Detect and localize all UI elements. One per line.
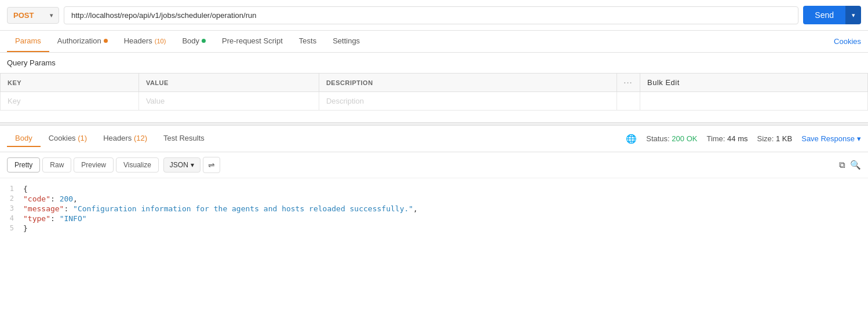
line-number: 2 [0,194,23,203]
globe-icon: 🌐 [626,134,637,144]
tab-headers[interactable]: Headers (10) [116,31,174,52]
json-format-label: JSON [170,161,188,169]
value-input-cell[interactable]: Value [138,92,319,111]
description-input-cell[interactable]: Description [319,92,617,111]
code-line-3: 3 "message": "Configuration information … [0,204,868,214]
query-params-header: Query Params [0,53,868,73]
send-button-group: Send ▾ [803,6,861,24]
code-line-2: 2 "code": 200, [0,194,868,204]
search-button[interactable]: 🔍 [850,160,861,170]
code-brace-open: { [23,185,868,193]
line-number: 3 [0,204,23,212]
tab-prerequest[interactable]: Pre-request Script [214,31,291,52]
three-dots-icon: ··· [624,79,633,86]
cookies-link[interactable]: Cookies [834,31,861,52]
line-number: 4 [0,214,23,222]
table-row: Key Value Description [1,92,868,111]
body-dot [202,39,206,43]
tab-body[interactable]: Body [174,31,214,52]
format-visualize-button[interactable]: Visualize [116,157,159,172]
copy-button[interactable]: ⧉ [839,160,845,170]
status-info: 🌐 Status: 200 OK Time: 44 ms Size: 1 KB … [626,134,861,144]
time-text: Time: 44 ms [706,134,747,143]
line-number: 1 [0,185,23,193]
params-table: KEY VALUE DESCRIPTION ··· Bulk Edit Key … [0,73,868,111]
resp-tab-body[interactable]: Body [7,130,41,147]
response-code-area: 1 { 2 "code": 200, 3 "message": "Configu… [0,178,868,239]
response-bar: Body Cookies (1) Headers (12) Test Resul… [0,126,868,152]
save-response-button[interactable]: Save Response ▾ [801,134,861,143]
description-placeholder: Description [326,97,364,105]
top-bar: POST ▾ Send ▾ [0,0,868,31]
row-bulk [640,92,868,111]
resp-tab-cookies[interactable]: Cookies (1) [41,130,95,147]
save-response-chevron: ▾ [857,134,861,143]
code-content: "type": "INFO" [23,214,868,223]
method-label: POST [13,11,34,20]
url-input[interactable] [64,6,798,24]
actions-column-header: ··· [617,74,640,92]
tab-tests[interactable]: Tests [291,31,324,52]
key-input-cell[interactable]: Key [1,92,139,111]
word-wrap-button[interactable]: ⇌ [203,157,220,173]
tab-authorization[interactable]: Authorization [49,31,116,52]
key-placeholder: Key [8,97,20,105]
resp-tab-headers[interactable]: Headers (12) [95,130,155,147]
code-line-4: 4 "type": "INFO" [0,214,868,223]
method-chevron-icon: ▾ [50,12,53,19]
tab-settings[interactable]: Settings [324,31,368,52]
headers-count: (10) [155,38,166,45]
json-chevron-icon: ▾ [191,161,194,169]
tab-params[interactable]: Params [7,31,49,52]
format-preview-button[interactable]: Preview [74,157,114,172]
format-actions: ⧉ 🔍 [839,160,861,170]
code-content: "code": 200, [23,194,868,203]
code-line-1: 1 { [0,184,868,194]
format-bar: Pretty Raw Preview Visualize JSON ▾ ⇌ ⧉ … [0,152,868,178]
code-content: "message": "Configuration information fo… [23,204,868,213]
code-area-wrapper: 1 { 2 "code": 200, 3 "message": "Configu… [0,178,868,239]
code-line-5: 5 } [0,223,868,233]
wrap-icon: ⇌ [208,160,215,170]
status-text: Status: 200 OK [646,134,697,143]
code-brace-close: } [23,224,868,233]
json-format-selector[interactable]: JSON ▾ [163,157,200,172]
value-placeholder: Value [146,97,165,105]
size-text: Size: 1 KB [757,134,793,143]
description-column-header: DESCRIPTION [319,74,617,92]
line-number: 5 [0,224,23,232]
method-selector[interactable]: POST ▾ [7,7,59,24]
format-pretty-button[interactable]: Pretty [7,157,40,172]
key-column-header: KEY [1,74,139,92]
request-tabs: Params Authorization Headers (10) Body P… [0,31,868,53]
send-dropdown-button[interactable]: ▾ [845,6,861,24]
format-raw-button[interactable]: Raw [42,157,71,172]
authorization-dot [104,39,108,43]
resp-tab-test-results[interactable]: Test Results [155,130,213,147]
bulk-edit-header[interactable]: Bulk Edit [640,74,868,92]
row-actions [617,92,640,111]
value-column-header: VALUE [138,74,319,92]
send-button[interactable]: Send [803,6,845,24]
